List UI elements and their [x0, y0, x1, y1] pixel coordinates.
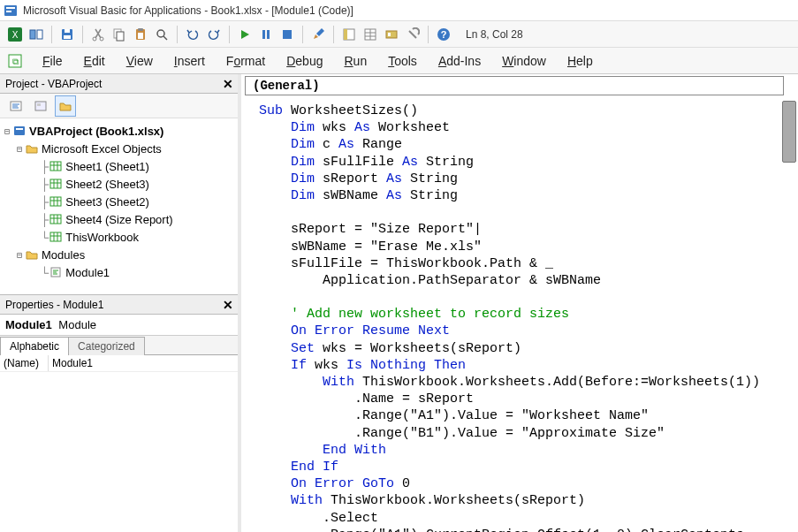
- svg-rect-18: [262, 30, 265, 39]
- project-pane-header: Project - VBAProject ✕: [0, 74, 238, 94]
- cut-icon[interactable]: [88, 25, 108, 44]
- project-tree[interactable]: ⊟ VBAProject (Book1.xlsx) ⊟ Microsoft Ex…: [0, 118, 238, 295]
- properties-pane-close-icon[interactable]: ✕: [220, 297, 236, 313]
- tree-sheet[interactable]: ├Sheet3 (Sheet2): [2, 193, 238, 210]
- break-icon[interactable]: [256, 25, 276, 44]
- copy-icon[interactable]: [110, 25, 129, 44]
- menu-tools[interactable]: Tools: [379, 51, 426, 71]
- view-object-icon[interactable]: [30, 95, 51, 117]
- project-icon: [12, 124, 27, 138]
- svg-rect-13: [117, 32, 124, 41]
- toolbox-icon[interactable]: [403, 25, 422, 44]
- project-toolbar: [0, 94, 238, 118]
- svg-rect-22: [344, 29, 347, 40]
- svg-rect-36: [50, 162, 61, 171]
- redo-icon[interactable]: [204, 25, 224, 44]
- properties-grid[interactable]: (Name) Module1: [0, 355, 238, 532]
- design-mode-icon[interactable]: [308, 25, 328, 44]
- svg-rect-33: [37, 103, 41, 106]
- menu-view[interactable]: View: [118, 51, 162, 71]
- view-mode-icon[interactable]: [27, 25, 46, 44]
- tree-thisworkbook[interactable]: └ ThisWorkbook: [2, 228, 238, 246]
- module-icon: [49, 265, 63, 279]
- svg-rect-37: [50, 179, 61, 188]
- svg-rect-35: [16, 128, 23, 130]
- separator: [302, 26, 303, 43]
- tab-alphabetic[interactable]: Alphabetic: [0, 337, 69, 355]
- properties-tabs: Alphabetic Categorized: [0, 336, 238, 355]
- separator: [82, 26, 83, 43]
- svg-point-10: [93, 37, 96, 41]
- menu-help[interactable]: Help: [559, 51, 602, 71]
- cursor-position-status: Ln 8, Col 28: [466, 28, 523, 41]
- separator: [229, 26, 230, 43]
- svg-rect-9: [64, 35, 71, 39]
- run-icon[interactable]: [235, 25, 255, 44]
- main-area: Project - VBAProject ✕ ⊟ VBAProject (Boo…: [0, 74, 798, 532]
- excel-icon[interactable]: X: [5, 25, 25, 44]
- view-code-icon[interactable]: [5, 95, 27, 117]
- excel-doc-icon[interactable]: ⧉: [5, 51, 25, 71]
- toggle-folders-icon[interactable]: [55, 95, 76, 117]
- expander-icon[interactable]: ⊟: [14, 144, 25, 154]
- tab-categorized[interactable]: Categorized: [68, 337, 145, 355]
- reset-icon[interactable]: [277, 25, 297, 44]
- tree-sheet[interactable]: ├Sheet1 (Sheet1): [2, 157, 238, 175]
- tree-module1-label: Module1: [65, 266, 110, 279]
- object-browser-icon[interactable]: [382, 25, 401, 44]
- tree-sheet-label: Sheet2 (Sheet3): [65, 178, 149, 191]
- properties-window-icon[interactable]: [361, 25, 380, 44]
- menu-file[interactable]: File: [34, 51, 72, 71]
- menu-insert[interactable]: Insert: [165, 51, 214, 71]
- svg-text:X: X: [12, 30, 19, 40]
- svg-rect-20: [283, 30, 292, 39]
- tree-root[interactable]: ⊟ VBAProject (Book1.xlsx): [2, 122, 238, 140]
- workbook-icon: [49, 230, 63, 244]
- expander-icon[interactable]: ⊟: [14, 250, 25, 260]
- menu-run[interactable]: Run: [335, 51, 376, 71]
- folder-icon: [25, 247, 39, 262]
- svg-rect-34: [14, 126, 25, 135]
- find-icon[interactable]: [152, 25, 171, 44]
- paste-icon[interactable]: [131, 25, 150, 44]
- scrollbar-thumb[interactable]: [782, 101, 796, 163]
- project-pane-close-icon[interactable]: ✕: [220, 76, 236, 92]
- svg-rect-2: [6, 11, 11, 12]
- property-row[interactable]: (Name) Module1: [0, 355, 238, 372]
- svg-rect-19: [267, 30, 270, 39]
- tree-excel-objects-label: Microsoft Excel Objects: [42, 142, 162, 156]
- code-editor[interactable]: Sub WorksheetSizes() Dim wks As Workshee…: [241, 95, 798, 532]
- property-name: (Name): [0, 355, 49, 371]
- separator: [333, 26, 334, 43]
- svg-rect-8: [65, 29, 70, 33]
- save-icon[interactable]: [57, 25, 77, 44]
- help-icon[interactable]: ?: [434, 25, 453, 44]
- tree-modules-folder[interactable]: ⊟ Modules: [2, 246, 238, 263]
- menu-format[interactable]: Format: [217, 51, 274, 71]
- vba-app-icon: [4, 4, 18, 18]
- undo-icon[interactable]: [183, 25, 202, 44]
- menu-addins[interactable]: Add-Ins: [429, 51, 490, 71]
- tree-module1[interactable]: └ Module1: [2, 263, 238, 281]
- property-value[interactable]: Module1: [49, 355, 238, 371]
- svg-rect-38: [50, 197, 61, 206]
- svg-rect-1: [6, 7, 15, 9]
- sheet-icon: [49, 212, 63, 226]
- code-object-dropdown[interactable]: (General): [245, 76, 784, 95]
- separator: [428, 26, 429, 43]
- tree-modules-label: Modules: [42, 248, 85, 262]
- svg-rect-5: [30, 30, 35, 39]
- svg-rect-24: [386, 31, 397, 38]
- properties-pane-header: Properties - Module1 ✕: [0, 295, 238, 315]
- tree-excel-objects[interactable]: ⊟ Microsoft Excel Objects: [2, 140, 238, 157]
- properties-object-selector[interactable]: Module1 Module: [0, 315, 238, 336]
- tree-sheet-label: Sheet1 (Sheet1): [65, 160, 149, 173]
- project-explorer-icon[interactable]: [339, 25, 359, 44]
- svg-rect-39: [50, 215, 61, 224]
- expander-icon[interactable]: ⊟: [2, 126, 12, 136]
- tree-sheet[interactable]: ├Sheet2 (Sheet3): [2, 175, 238, 193]
- tree-sheet[interactable]: ├Sheet4 (Size Report): [2, 210, 238, 228]
- menu-window[interactable]: Window: [493, 51, 555, 71]
- menu-edit[interactable]: Edit: [75, 51, 114, 71]
- menu-debug[interactable]: Debug: [277, 51, 331, 71]
